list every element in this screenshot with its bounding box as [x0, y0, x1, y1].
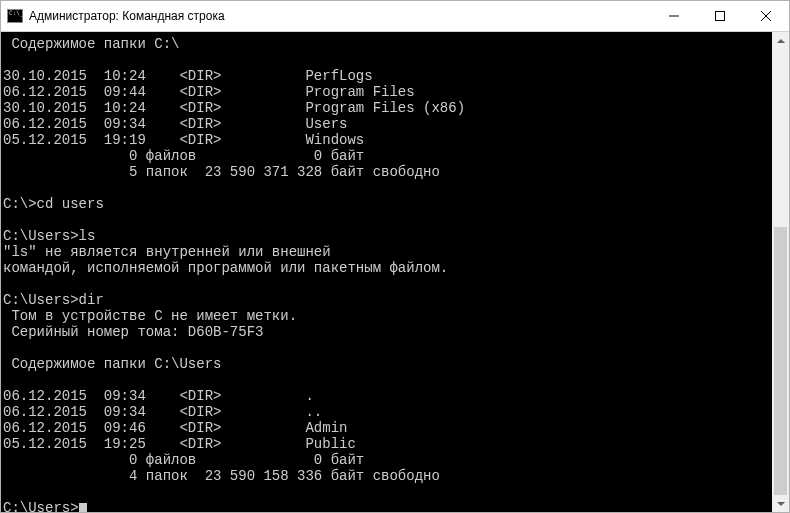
svg-marker-4 [777, 39, 785, 43]
close-button[interactable] [743, 1, 789, 31]
minimize-icon [669, 11, 679, 21]
terminal-output[interactable]: Содержимое папки C:\ 30.10.2015 10:24 <D… [1, 32, 772, 512]
maximize-icon [715, 11, 725, 21]
window-controls [651, 1, 789, 31]
svg-marker-5 [777, 502, 785, 506]
scroll-up-button[interactable] [772, 32, 789, 49]
scroll-track[interactable] [772, 49, 789, 495]
scroll-down-button[interactable] [772, 495, 789, 512]
minimize-button[interactable] [651, 1, 697, 31]
cmd-window: Администратор: Командная строка Содержим… [0, 0, 790, 513]
chevron-up-icon [777, 39, 785, 43]
vertical-scrollbar[interactable] [772, 32, 789, 512]
chevron-down-icon [777, 502, 785, 506]
cmd-app-icon [7, 9, 23, 23]
close-icon [761, 11, 771, 21]
svg-rect-1 [716, 12, 725, 21]
window-title: Администратор: Командная строка [29, 9, 225, 23]
titlebar[interactable]: Администратор: Командная строка [1, 1, 789, 32]
titlebar-left: Администратор: Командная строка [1, 9, 225, 23]
body-area: Содержимое папки C:\ 30.10.2015 10:24 <D… [1, 32, 789, 512]
maximize-button[interactable] [697, 1, 743, 31]
cursor [79, 503, 87, 512]
scroll-thumb[interactable] [774, 227, 787, 495]
